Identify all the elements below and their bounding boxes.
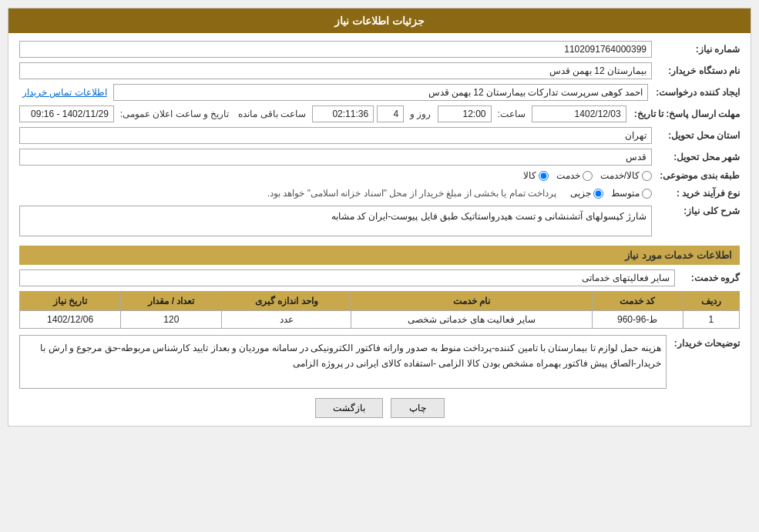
deadline-label: مهلت ارسال پاسخ: تا تاریخ: bbox=[630, 109, 740, 119]
deadline-remaining-label: ساعت باقی مانده bbox=[235, 106, 309, 122]
deadline-days-label: روز و bbox=[407, 106, 434, 122]
need-number-row: شماره نیاز: 1102091764000399 bbox=[19, 41, 740, 58]
service-group-row: گروه خدمت: سایر فعالیتهای خدماتی bbox=[19, 269, 740, 286]
category-service-label: خدمت bbox=[556, 170, 580, 181]
category-service-radio[interactable] bbox=[583, 171, 593, 181]
buyer-org-row: نام دستگاه خریدار: بیمارستان 12 بهمن قدس bbox=[19, 62, 740, 79]
col-header-code: کد خدمت bbox=[592, 292, 683, 311]
category-row: طبقه بندی موضوعی: کالا/خدمت خدمت کالا bbox=[19, 170, 740, 181]
category-service-option[interactable]: خدمت bbox=[556, 170, 593, 181]
purchase-type-radio-group: متوسط جزیی bbox=[570, 188, 652, 199]
services-table: ردیف کد خدمت نام خدمت واحد اندازه گیری ت… bbox=[19, 291, 740, 329]
need-desc-label: شرح کلی نیاز: bbox=[655, 206, 740, 216]
creator-label: ایجاد کننده درخواست: bbox=[651, 87, 740, 98]
col-header-date: تاریخ نیاز bbox=[20, 292, 121, 311]
purchase-medium-option[interactable]: متوسط bbox=[611, 188, 652, 199]
buyer-org-value: بیمارستان 12 بهمن قدس bbox=[19, 62, 652, 79]
category-goods-radio[interactable] bbox=[539, 171, 549, 181]
col-header-qty: تعداد / مقدار bbox=[121, 292, 222, 311]
deadline-row: مهلت ارسال پاسخ: تا تاریخ: 1402/12/03 سا… bbox=[19, 105, 740, 122]
contact-link[interactable]: اطلاعات تماس خریدار bbox=[19, 85, 110, 100]
col-header-name: نام خدمت bbox=[351, 292, 592, 311]
purchase-type-label: نوع فرآیند خرید : bbox=[655, 188, 740, 199]
deadline-remaining: 02:11:36 bbox=[312, 105, 374, 122]
purchase-type-row: نوع فرآیند خرید : متوسط جزیی پرداخت تمام… bbox=[19, 186, 740, 201]
purchase-partial-option[interactable]: جزیی bbox=[570, 188, 603, 199]
creator-row: ایجاد کننده درخواست: احمد کوهی سرپرست تد… bbox=[19, 84, 740, 101]
table-cell-name: سایر فعالیت های خدماتی شخصی bbox=[351, 311, 592, 329]
page-title: جزئیات اطلاعات نیاز bbox=[334, 15, 425, 27]
back-button[interactable]: بازگشت bbox=[315, 398, 383, 418]
buyer-notes-label: توضیحات خریدار: bbox=[670, 335, 740, 349]
need-number-value: 1102091764000399 bbox=[19, 41, 652, 58]
card-header: جزئیات اطلاعات نیاز bbox=[8, 8, 751, 33]
purchase-partial-radio[interactable] bbox=[593, 189, 603, 199]
city-value: قدس bbox=[19, 149, 652, 166]
deadline-time-label: ساعت: bbox=[495, 106, 529, 122]
province-row: استان محل تحویل: تهران bbox=[19, 127, 740, 144]
buyer-notes-value: هزینه حمل لوازم تا بیمارستان با تامین کن… bbox=[19, 335, 667, 389]
table-cell-date: 1402/12/06 bbox=[20, 311, 121, 329]
announce-value: 1402/11/29 - 09:16 bbox=[19, 105, 114, 122]
deadline-date: 1402/12/03 bbox=[532, 105, 626, 122]
table-cell-code: ط-96-960 bbox=[592, 311, 683, 329]
category-goods-service-option[interactable]: کالا/خدمت bbox=[600, 170, 652, 181]
category-goods-option[interactable]: کالا bbox=[523, 170, 549, 181]
card-body: شماره نیاز: 1102091764000399 نام دستگاه … bbox=[8, 33, 751, 426]
creator-value: احمد کوهی سرپرست تدارکات بیمارستان 12 به… bbox=[113, 84, 649, 101]
table-row: 1ط-96-960سایر فعالیت های خدماتی شخصیعدد1… bbox=[20, 311, 740, 329]
purchase-medium-radio[interactable] bbox=[642, 189, 652, 199]
purchase-medium-label: متوسط bbox=[611, 188, 640, 199]
city-label: شهر محل تحویل: bbox=[655, 152, 740, 162]
table-cell-row: 1 bbox=[683, 311, 739, 329]
buyer-org-label: نام دستگاه خریدار: bbox=[655, 65, 740, 76]
page-container: جزئیات اطلاعات نیاز شماره نیاز: 11020917… bbox=[0, 0, 759, 532]
service-group-label: گروه خدمت: bbox=[678, 273, 740, 283]
buyer-notes-row: توضیحات خریدار: هزینه حمل لوازم تا بیمار… bbox=[19, 335, 740, 389]
city-row: شهر محل تحویل: قدس bbox=[19, 149, 740, 166]
category-goods-label: کالا bbox=[523, 170, 536, 181]
deadline-time: 12:00 bbox=[438, 105, 492, 122]
need-desc-row: شرح کلی نیاز: شارژ کپسولهای آتشنشانی و ت… bbox=[19, 206, 740, 239]
main-card: جزئیات اطلاعات نیاز شماره نیاز: 11020917… bbox=[8, 8, 751, 427]
category-goods-service-label: کالا/خدمت bbox=[600, 170, 640, 181]
deadline-days: 4 bbox=[377, 105, 404, 122]
province-value: تهران bbox=[19, 127, 652, 144]
category-goods-service-radio[interactable] bbox=[642, 171, 652, 181]
col-header-row: ردیف bbox=[683, 292, 739, 311]
services-section-header: اطلاعات خدمات مورد نیاز bbox=[19, 246, 740, 265]
category-label: طبقه بندی موضوعی: bbox=[655, 170, 740, 181]
table-cell-quantity: 120 bbox=[121, 311, 222, 329]
table-cell-unit: عدد bbox=[222, 311, 351, 329]
need-number-label: شماره نیاز: bbox=[655, 44, 740, 55]
category-radio-group: کالا/خدمت خدمت کالا bbox=[523, 170, 652, 181]
print-button[interactable]: چاپ bbox=[391, 398, 445, 418]
buttons-row: چاپ بازگشت bbox=[19, 398, 740, 418]
col-header-unit: واحد اندازه گیری bbox=[222, 292, 351, 311]
purchase-partial-label: جزیی bbox=[570, 188, 591, 199]
need-desc-value: شارژ کپسولهای آتشنشانی و تست هیدرواستاتی… bbox=[19, 206, 652, 236]
province-label: استان محل تحویل: bbox=[655, 130, 740, 141]
announce-label: تاریخ و ساعت اعلان عمومی: bbox=[117, 106, 233, 122]
service-group-value: سایر فعالیتهای خدماتی bbox=[19, 269, 675, 286]
purchase-note: پرداخت تمام یا بخشی از مبلغ خریدار از مح… bbox=[264, 186, 559, 201]
